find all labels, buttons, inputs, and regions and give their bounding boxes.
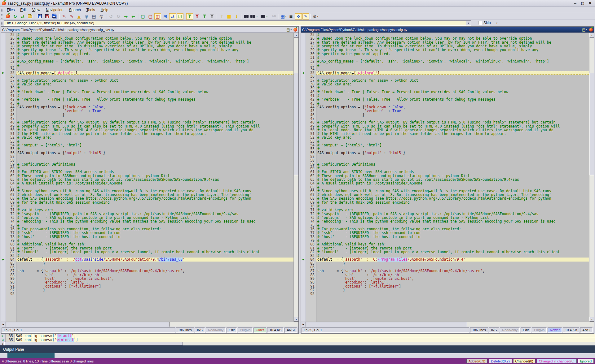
- code-text[interactable]: #: [316, 56, 589, 59]
- code-text[interactable]: # 'port' - [integer] the remote ssh port: [16, 246, 293, 250]
- print-icon[interactable]: ▤: [90, 13, 97, 20]
- code-text[interactable]: # the SAS session encoding (see https://…: [16, 197, 293, 200]
- code-text[interactable]: SAS_output_options = {'output' : 'html5'…: [316, 151, 589, 155]
- code-text[interactable]: # 'port' - [integer] the remote ssh port: [316, 246, 589, 250]
- code-text[interactable]: # for the default Unix SAS session encod…: [16, 201, 293, 204]
- code-text[interactable]: # which does not work well as utf-8. So,…: [316, 193, 589, 197]
- code-text[interactable]: [316, 67, 589, 71]
- menu-item-files[interactable]: Files: [4, 7, 17, 13]
- code-text[interactable]: # Configuration Definitions: [16, 162, 293, 166]
- code-text[interactable]: 'encoding': 'latin1',: [16, 280, 293, 284]
- code-text[interactable]: #: [316, 102, 589, 105]
- code-text[interactable]: [316, 265, 589, 269]
- code-text[interactable]: #: [16, 102, 293, 105]
- redo-icon[interactable]: ↻: [115, 13, 122, 20]
- print-page-icon[interactable]: ▤: [582, 28, 585, 32]
- scrollbar-thumb[interactable]: [589, 73, 594, 175]
- code-text[interactable]: }: [16, 262, 293, 265]
- code-text[interactable]: # the SAS session encoding (see https://…: [316, 197, 589, 200]
- code-text[interactable]: #: [16, 63, 293, 67]
- code-text[interactable]: [316, 292, 589, 296]
- code-text[interactable]: # properly with HTML 5.0 so it can also …: [316, 124, 589, 128]
- code-text[interactable]: # in local mode. Note that HTML 4.0 will…: [16, 128, 293, 132]
- left-vertical-scrollbar[interactable]: ▲ ▼: [293, 33, 298, 322]
- code-text[interactable]: 'host' : 'remote.linux.host',: [316, 277, 589, 280]
- code-text[interactable]: [16, 75, 293, 78]
- code-text[interactable]: # 'tunnel' - [integer] local port to ope…: [16, 250, 293, 254]
- minimize-button[interactable]: ─: [571, 1, 579, 6]
- code-text[interactable]: #: [316, 94, 589, 98]
- code-text[interactable]: [316, 158, 589, 162]
- code-text[interactable]: # For STDIO and STDIO over SSH access me…: [316, 170, 589, 174]
- close-button[interactable]: ✕: [586, 1, 594, 6]
- code-text[interactable]: #: [316, 63, 589, 67]
- save-both-icon[interactable]: [51, 13, 58, 20]
- code-text[interactable]: # that are defined already. Any necessar…: [316, 41, 589, 44]
- code-text[interactable]: # properly with HTML 5.0 so it can also …: [16, 124, 293, 128]
- snapshot-first-icon[interactable]: ▲: [76, 13, 82, 20]
- code-text[interactable]: # prompted for at run time. To dissallow…: [16, 44, 293, 48]
- code-text[interactable]: # specify options=''. This way it's spec…: [316, 48, 589, 52]
- toolbar-grip[interactable]: [1, 14, 2, 19]
- plugins-icon[interactable]: ❖: [295, 13, 302, 20]
- code-text[interactable]: # The default path to the sas start up s…: [316, 178, 589, 181]
- code-text[interactable]: #: [16, 223, 293, 227]
- code-text[interactable]: #: [16, 94, 293, 98]
- code-text[interactable]: 'verbose' : True: [316, 109, 589, 113]
- snapshot-second-icon[interactable]: ◉: [83, 13, 90, 20]
- code-text[interactable]: 'verbose' : True: [16, 109, 293, 113]
- line-details-icon[interactable]: ≡: [288, 13, 294, 20]
- code-text[interactable]: # Configuration options for saspy - pyth…: [316, 79, 589, 82]
- code-text[interactable]: [16, 265, 293, 269]
- code-text[interactable]: # 'output' = ['html5', 'html']: [16, 143, 293, 147]
- layout-icon[interactable]: ▦▾: [280, 13, 287, 20]
- code-text[interactable]: # 'verbose' - True | False. True = Allow…: [16, 98, 293, 101]
- code-text[interactable]: #SAS_config_names = ['default', 'ssh', '…: [16, 59, 293, 63]
- app-logo-icon[interactable]: [4, 13, 11, 20]
- code-text[interactable]: # Additional valid keys for ssh:: [16, 242, 293, 246]
- code-text[interactable]: # the HTML file will need to be put in t…: [316, 132, 589, 136]
- code-text[interactable]: #: [316, 33, 589, 37]
- toolbar-grip[interactable]: [1, 8, 2, 12]
- code-text[interactable]: SAS_config_options = {'lock_down': False…: [16, 105, 293, 109]
- output-pane-header[interactable]: Output Pane: [0, 345, 595, 353]
- code-text[interactable]: #: [316, 204, 589, 208]
- code-text[interactable]: #: [316, 140, 589, 143]
- code-text[interactable]: # Configuration options for SAS output. …: [316, 120, 589, 124]
- chevron-down-icon[interactable]: ▼: [466, 21, 471, 25]
- code-text[interactable]: }: [316, 288, 589, 292]
- two-pane-view-icon[interactable]: ◫: [154, 13, 161, 20]
- code-text[interactable]: # valid key are:: [16, 136, 293, 139]
- code-text[interactable]: [316, 75, 589, 78]
- code-text[interactable]: # Configuration Definitions: [316, 162, 589, 166]
- undo-icon[interactable]: ↺: [108, 13, 114, 20]
- code-text[interactable]: #: [16, 147, 293, 151]
- code-text[interactable]: 'options' : ["-fullstimer"]: [16, 284, 293, 288]
- code-text[interactable]: #: [316, 86, 589, 90]
- previous-diff-icon[interactable]: ↑: [218, 13, 225, 20]
- right-horizontal-scrollbar[interactable]: ◀ ▶: [301, 322, 594, 327]
- code-text[interactable]: # for the default Unix SAS session encod…: [316, 201, 589, 204]
- code-text[interactable]: # specific value you want applied.: [16, 52, 293, 56]
- scroll-right-icon[interactable]: ▶: [301, 322, 306, 327]
- code-text[interactable]: # 'encoding' - This is the python encodi…: [16, 219, 293, 223]
- code-text[interactable]: }: [16, 288, 293, 292]
- code-text[interactable]: # 'options' - SAS options to include in …: [16, 216, 293, 219]
- code-text[interactable]: # These need path to SASHome and optiona…: [16, 174, 293, 178]
- code-text[interactable]: 'ssh' : '/usr/bin/ssh',: [316, 273, 589, 277]
- code-text[interactable]: # Based upon the lock_down configuration…: [316, 37, 589, 40]
- code-text[interactable]: SAS_output_options = {'output' : 'html5'…: [16, 151, 293, 155]
- code-text[interactable]: # Since python uses utf-8, running SAS w…: [16, 189, 293, 193]
- edit-second-icon[interactable]: ✎: [68, 13, 75, 20]
- code-text[interactable]: # Since python uses utf-8, running SAS w…: [316, 189, 589, 193]
- scrollbar-thumb[interactable]: [306, 322, 467, 327]
- edit-mode-icon[interactable]: ✎: [302, 13, 309, 20]
- right-vertical-scrollbar[interactable]: ▲ ▼: [589, 33, 594, 322]
- filter-icon[interactable]: [186, 13, 193, 20]
- code-text[interactable]: # 'lock_down' - True | False. True = Pre…: [316, 90, 589, 94]
- code-text[interactable]: # 'host' - [REQUIRED] the host to connec…: [16, 235, 293, 239]
- left-code-area[interactable]: 25#26# Based upon the lock_down configur…: [1, 33, 293, 322]
- code-text[interactable]: # valid keys are:: [16, 208, 293, 212]
- code-text[interactable]: 'host' : 'remote.linux.host',: [16, 277, 293, 280]
- scrollbar-thumb[interactable]: [6, 322, 170, 327]
